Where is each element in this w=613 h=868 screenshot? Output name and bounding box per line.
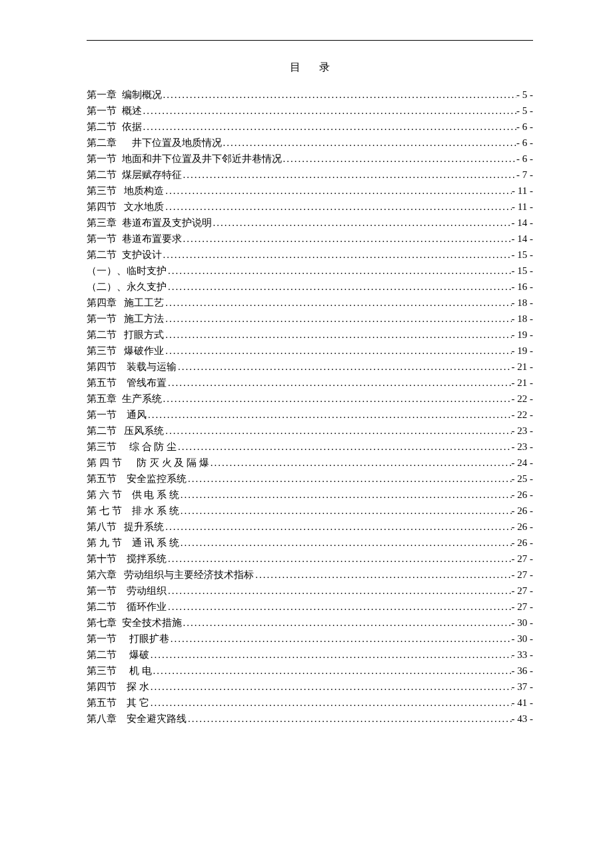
toc-entry-text: 压风系统 — [124, 423, 164, 439]
toc-dot-leader: ........................................… — [167, 599, 512, 615]
toc-entry-part: 第五章 — [87, 391, 117, 407]
toc-entry-gap — [117, 247, 122, 263]
toc-entry-page: - 5 - — [516, 87, 533, 103]
toc-entry-part: 第 四 节 — [87, 455, 122, 471]
toc-entry-page: - 21 - — [512, 359, 534, 375]
toc-entry-text: 巷道布置及支护说明 — [122, 215, 212, 231]
toc-entry-page: - 27 - — [512, 599, 534, 615]
toc-entry: 第二节 循环作业 ...............................… — [87, 599, 533, 615]
toc-dot-leader: ........................................… — [164, 343, 511, 359]
toc-entry-gap — [117, 407, 127, 423]
toc-entry-page: - 37 - — [512, 679, 534, 695]
toc-entry-part: 第二章 — [87, 135, 117, 151]
toc-entry-gap — [117, 583, 127, 599]
toc-entry: 第三节 综 合 防 尘 ............................… — [87, 439, 533, 455]
toc-entry-page: - 18 - — [512, 311, 534, 327]
toc-dot-leader: ........................................… — [177, 359, 512, 375]
toc-entry-text: 安全监控系统 — [127, 471, 187, 487]
toc-entry-page: - 14 - — [512, 215, 534, 231]
toc-entry: 第五章 生产系统 ...............................… — [87, 391, 533, 407]
toc-entry-text: 打眼扩巷 — [129, 631, 169, 647]
toc-entry-gap — [117, 343, 124, 359]
toc-entry-text: 装载与运输 — [127, 359, 177, 375]
toc-entry-text: 搅拌系统 — [127, 551, 167, 567]
toc-dot-leader: ........................................… — [162, 247, 512, 263]
toc-entry-text: 文水地质 — [124, 199, 164, 215]
toc-entry: 第七章 安全技术措施 .............................… — [87, 615, 533, 631]
toc-entry-gap — [117, 103, 122, 119]
toc-entry-page: - 43 - — [512, 711, 534, 727]
toc-entry-page: - 16 - — [512, 279, 534, 295]
toc-entry-page: - 15 - — [512, 247, 534, 263]
toc-entry-part: 第一节 — [87, 631, 117, 647]
toc-entry: 第十节 搅拌系统 ...............................… — [87, 551, 533, 567]
document-page: 目录 第一章 编制概况 ............................… — [0, 0, 613, 868]
toc-dot-leader: ........................................… — [164, 327, 511, 343]
toc-dot-leader: ........................................… — [209, 455, 512, 471]
toc-entry-part: 第七章 — [87, 615, 117, 631]
toc-entry-gap — [117, 439, 129, 455]
toc-dot-leader: ........................................… — [182, 615, 512, 631]
toc-entry-page: - 25 - — [512, 471, 534, 487]
toc-entry-page: - 21 - — [512, 375, 534, 391]
toc-entry: 第二节 压风系统 ...............................… — [87, 423, 533, 439]
toc-entry-page: - 6 - — [516, 119, 533, 135]
toc-entry: 第四节 探 水 ................................… — [87, 679, 533, 695]
toc-dot-leader: ........................................… — [164, 183, 512, 199]
toc-entry: 第二节 煤层赋存特征 .............................… — [87, 167, 533, 183]
toc-entry-gap — [117, 167, 122, 183]
toc-entry-text: 永久支护 — [127, 279, 167, 295]
toc-entry: 第五节 其 它 ................................… — [87, 695, 533, 711]
toc-entry-gap — [117, 471, 127, 487]
toc-entry-page: - 11 - — [512, 183, 533, 199]
toc-dot-leader: ........................................… — [162, 87, 517, 103]
toc-entry: 第一节 打眼扩巷 ...............................… — [87, 631, 533, 647]
toc-dot-leader: ........................................… — [162, 391, 512, 407]
toc-entry-text: 编制概况 — [122, 87, 162, 103]
toc-entry-part: （一）、 — [87, 263, 127, 279]
toc-entry: 第一节 概述 .................................… — [87, 103, 533, 119]
toc-entry-part: 第八章 — [87, 711, 117, 727]
toc-entry-text: 劳动组织 — [127, 583, 167, 599]
toc-entry-text: 施工方法 — [124, 311, 164, 327]
toc-entry-gap — [117, 711, 127, 727]
toc-entry: 第二节 依据 .................................… — [87, 119, 533, 135]
toc-entry-page: - 24 - — [512, 455, 534, 471]
toc-entry: 第三节 爆破作业 ...............................… — [87, 343, 533, 359]
toc-entry-part: 第三章 — [87, 215, 117, 231]
toc-dot-leader: ........................................… — [164, 519, 511, 535]
toc-dot-leader: ........................................… — [182, 167, 517, 183]
toc-entry: 第五节 管线布置 ...............................… — [87, 375, 533, 391]
toc-entry: 第一章 编制概况 ...............................… — [87, 87, 533, 103]
toc-entry-page: - 33 - — [512, 647, 534, 663]
toc-entry-text: 煤层赋存特征 — [122, 167, 182, 183]
toc-dot-leader: ........................................… — [254, 567, 511, 583]
toc-entry: 第二节 支护设计 ...............................… — [87, 247, 533, 263]
toc-entry-gap — [122, 487, 132, 503]
toc-entry-page: - 19 - — [512, 343, 534, 359]
toc-entry-part: 第四章 — [87, 295, 117, 311]
toc-entry-gap — [117, 295, 124, 311]
toc-dot-leader: ........................................… — [167, 263, 512, 279]
toc-entry: （一）、临时支护 ...............................… — [87, 263, 533, 279]
toc-title: 目录 — [87, 61, 533, 75]
toc-entry: 第一节 通风 .................................… — [87, 407, 533, 423]
toc-dot-leader: ........................................… — [167, 551, 512, 567]
toc-entry: 第 九 节 通 讯 系 统 ..........................… — [87, 535, 533, 551]
toc-entry-part: 第三节 — [87, 183, 117, 199]
toc-entry-part: 第一节 — [87, 231, 117, 247]
toc-dot-leader: ........................................… — [164, 295, 511, 311]
toc-dot-leader: ........................................… — [179, 503, 512, 519]
toc-dot-leader: ........................................… — [142, 103, 517, 119]
toc-entry-page: - 30 - — [512, 615, 534, 631]
toc-entry-text: 提升系统 — [124, 519, 164, 535]
toc-entry-gap — [117, 199, 124, 215]
toc-entry-part: 第一节 — [87, 407, 117, 423]
toc-entry-text: 供 电 系 统 — [132, 487, 179, 503]
toc-entry: 第一节 劳动组织 ...............................… — [87, 583, 533, 599]
toc-list: 第一章 编制概况 ...............................… — [87, 87, 533, 727]
toc-entry-gap — [117, 519, 124, 535]
toc-entry: 第四节 文水地质 ...............................… — [87, 199, 533, 215]
toc-entry-part: 第十节 — [87, 551, 117, 567]
toc-entry-page: - 26 - — [512, 519, 534, 535]
